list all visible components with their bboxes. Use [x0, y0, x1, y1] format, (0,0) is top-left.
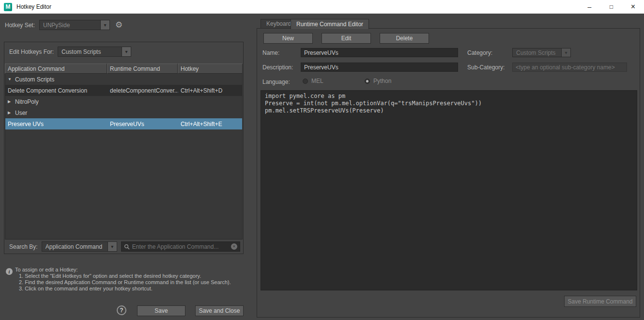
save-runtime-command-button[interactable]: Save Runtime Command [564, 296, 636, 307]
category-dropdown[interactable]: Custom Scripts ▾ [512, 48, 571, 57]
group-label: NitroPoly [15, 98, 39, 105]
maya-logo-icon: M [4, 3, 12, 11]
hotkey-cell: Ctrl+Alt+Shift+E [181, 121, 222, 128]
group-label: User [15, 110, 27, 116]
help-button[interactable]: ? [117, 305, 126, 315]
script-editor[interactable]: import pymel.core as pm Preserve = int(n… [261, 90, 637, 290]
tab-runtime-command-editor[interactable]: Runtime Command Editor [291, 19, 369, 29]
search-input[interactable] [132, 243, 229, 250]
title-bar: M Hotkey Editor – □ × [0, 0, 644, 14]
column-header-application-command[interactable]: Application Command [5, 64, 107, 74]
minimize-button[interactable]: – [579, 0, 600, 14]
info-icon: i [6, 268, 13, 275]
subcategory-label: Sub-Category: [467, 64, 505, 71]
category-value: Custom Scripts [513, 48, 561, 57]
instructions-title: To assign or edit a Hotkey: [15, 267, 78, 272]
instruction-step-2: 2. Find the desired Application Command … [19, 279, 231, 286]
subcategory-input[interactable] [512, 63, 627, 72]
radio-unselected-icon [303, 79, 308, 84]
edit-hotkeys-for-value: Custom Scripts [58, 47, 122, 56]
group-label: Custom Scripts [15, 76, 54, 83]
table-row-preserve-uvs-selected[interactable]: Preserve UVs PreserveUVs Ctrl+Alt+Shift+… [5, 118, 242, 129]
window-controls: – □ × [579, 0, 644, 14]
tree-expanded-icon[interactable]: ▼ [8, 77, 12, 81]
hotkey-set-row: Hotkey Set: UNPySide ▾ ⚙ [5, 20, 123, 30]
search-filter-dropdown[interactable]: Application Command ▾ [42, 241, 117, 252]
command-cell: Delete Component Conversion [8, 87, 87, 94]
table-row-custom-scripts[interactable]: ▼ Custom Scripts [5, 74, 242, 85]
radio-selected-icon [365, 79, 370, 84]
language-label: Language: [262, 79, 290, 85]
description-label: Description: [262, 64, 293, 71]
language-radio-mel[interactable]: MEL [303, 78, 323, 84]
search-icon [124, 244, 130, 250]
window-title: Hotkey Editor [16, 3, 51, 10]
runtime-command-editor-panel: New Edit Delete Name: Category: Custom S… [257, 28, 640, 318]
radio-mel-label: MEL [311, 78, 323, 84]
chevron-down-icon: ▾ [100, 20, 109, 30]
search-row: Search By: Application Command ▾ × [9, 241, 240, 252]
runtime-cell: PreserveUVs [110, 121, 144, 128]
hotkey-set-dropdown[interactable]: UNPySide ▾ [39, 20, 110, 30]
search-field: × [121, 241, 240, 252]
gear-icon[interactable]: ⚙ [115, 21, 123, 29]
name-label: Name: [262, 49, 279, 56]
save-button[interactable]: Save [137, 305, 185, 316]
command-cell: Preserve UVs [8, 121, 44, 128]
category-label: Category: [467, 49, 492, 56]
hotkey-list-groupbox: Edit Hotkeys For: Custom Scripts ▾ Appli… [4, 42, 244, 254]
column-header-runtime-command[interactable]: Runtime Command [107, 64, 178, 74]
table-row-user[interactable]: ▶ User [5, 107, 242, 118]
chevron-down-icon: ▾ [107, 242, 117, 251]
command-table-header: Application Command Runtime Command Hotk… [5, 64, 243, 74]
edit-button[interactable]: Edit [322, 33, 371, 44]
save-and-close-button[interactable]: Save and Close [195, 305, 244, 316]
chevron-down-icon: ▾ [122, 47, 131, 56]
search-filter-value: Application Command [42, 242, 107, 251]
chevron-down-icon: ▾ [561, 48, 570, 57]
hotkey-set-label: Hotkey Set: [5, 22, 35, 29]
maximize-button[interactable]: □ [600, 0, 622, 14]
table-row-nitropoly[interactable]: ▶ NitroPoly [5, 96, 242, 107]
table-row-delete-component-conversion[interactable]: Delete Component Conversion deleteCompon… [5, 85, 242, 96]
search-by-label: Search By: [9, 243, 38, 250]
hotkey-set-value: UNPySide [40, 20, 100, 30]
runtime-cell: deleteComponentConver... [110, 87, 178, 94]
description-input[interactable] [301, 63, 458, 72]
close-button[interactable]: × [622, 0, 644, 14]
name-input[interactable] [301, 48, 458, 57]
edit-hotkeys-for-label: Edit Hotkeys For: [9, 48, 54, 55]
edit-hotkeys-for-row: Edit Hotkeys For: Custom Scripts ▾ [9, 47, 131, 57]
instructions-text: To assign or edit a Hotkey: 1. Select th… [15, 267, 231, 292]
instruction-step-3: 3. Click on the command and enter your h… [19, 286, 231, 292]
edit-hotkeys-for-dropdown[interactable]: Custom Scripts ▾ [58, 47, 131, 57]
radio-python-label: Python [373, 78, 391, 84]
new-button[interactable]: New [263, 33, 313, 44]
clear-search-icon[interactable]: × [231, 243, 237, 250]
hotkey-cell: Ctrl+Alt+Shift+D [181, 87, 222, 94]
tree-collapsed-icon[interactable]: ▶ [8, 111, 12, 115]
command-table-body: ▼ Custom Scripts Delete Component Conver… [5, 74, 243, 240]
tree-collapsed-icon[interactable]: ▶ [8, 99, 12, 104]
language-radio-python[interactable]: Python [365, 78, 391, 84]
hotkey-editor-window: M Hotkey Editor – □ × Hotkey Set: UNPySi… [0, 0, 644, 320]
column-header-hotkey[interactable]: Hotkey [178, 64, 243, 74]
delete-button[interactable]: Delete [380, 33, 429, 44]
instruction-step-1: 1. Select the "Edit Hotkeys for" option … [19, 273, 231, 279]
